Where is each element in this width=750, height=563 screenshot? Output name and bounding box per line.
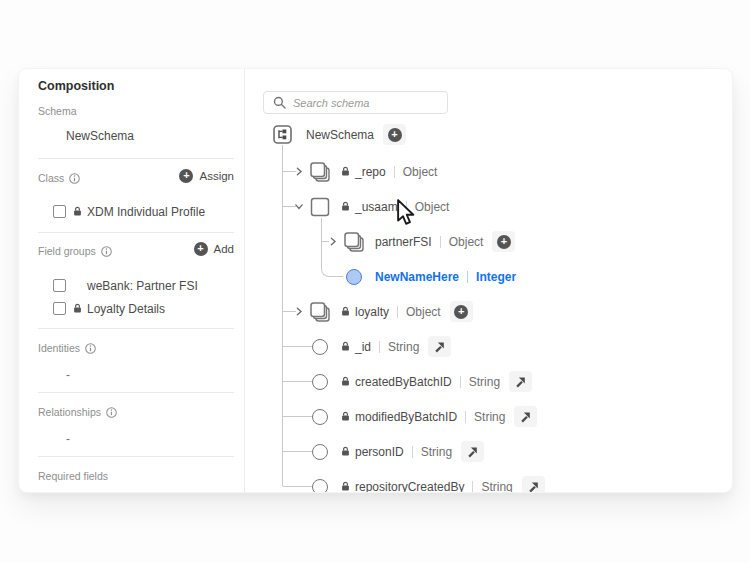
field-type: String	[388, 340, 419, 354]
identities-value: -	[66, 368, 70, 382]
open-field-icon	[527, 480, 540, 493]
panel-divider	[244, 69, 245, 492]
field-groups-list: weBank: Partner FSI Loyalty Details	[53, 274, 244, 320]
open-field-button[interactable]	[461, 441, 484, 462]
field-type: Object	[415, 200, 450, 214]
search-input[interactable]	[293, 97, 423, 109]
field-name[interactable]: repositoryCreatedBy	[355, 480, 464, 494]
object-stack-icon	[341, 230, 367, 254]
tree-row[interactable]: _repo Object	[271, 154, 731, 189]
field-name[interactable]: personID	[355, 445, 404, 459]
type-divider	[460, 376, 461, 388]
lock-icon	[341, 411, 350, 422]
lock-icon	[341, 166, 350, 177]
root-schema-name: NewSchema	[306, 128, 374, 142]
schema-root-icon	[273, 125, 292, 144]
item-label: XDM Individual Profile	[87, 205, 205, 219]
required-fields-section-label: Required fields	[38, 470, 108, 482]
section-divider	[38, 328, 234, 329]
plus-icon	[388, 128, 402, 142]
type-divider	[406, 201, 407, 213]
object-icon	[307, 196, 333, 218]
plus-icon	[194, 242, 208, 256]
composition-panel: Composition Schema NewSchema Class Assig…	[19, 69, 244, 492]
checkbox[interactable]	[53, 205, 66, 218]
tree-root-row[interactable]: NewSchema	[273, 124, 406, 145]
field-name[interactable]: partnerFSI	[375, 235, 432, 249]
schema-editor-screen: Composition Schema NewSchema Class Assig…	[0, 0, 750, 563]
tree-row[interactable]: partnerFSI Object	[271, 224, 731, 259]
field-groups-label-text: Field groups	[38, 245, 96, 257]
field-type: Object	[449, 235, 484, 249]
open-field-button[interactable]	[428, 336, 451, 357]
relationships-section-label: Relationships	[38, 406, 117, 418]
field-name[interactable]: modifiedByBatchID	[355, 410, 457, 424]
info-icon[interactable]	[85, 343, 96, 354]
tree-rows: _repo Object _usaam Object partnerFSI	[271, 154, 731, 493]
tree-row[interactable]: createdByBatchID String	[271, 364, 731, 399]
chevron-icon[interactable]	[295, 202, 307, 211]
checkbox[interactable]	[53, 279, 66, 292]
field-name[interactable]: _repo	[355, 165, 386, 179]
open-field-button[interactable]	[522, 476, 545, 493]
field-type: Integer	[476, 270, 516, 284]
field-type: Object	[403, 165, 438, 179]
tree-row[interactable]: _id String	[271, 329, 731, 364]
list-item[interactable]: weBank: Partner FSI	[53, 274, 244, 297]
info-icon[interactable]	[101, 246, 112, 257]
class-list: XDM Individual Profile	[53, 200, 244, 223]
list-item[interactable]: XDM Individual Profile	[53, 200, 244, 223]
tree-row[interactable]: personID String	[271, 434, 731, 469]
plus-icon	[454, 305, 468, 319]
lock-icon	[341, 341, 350, 352]
type-divider	[379, 341, 380, 353]
field-groups-section-label: Field groups	[38, 245, 112, 257]
chevron-icon[interactable]	[295, 167, 307, 176]
tree-row[interactable]: modifiedByBatchID String	[271, 399, 731, 434]
schema-search[interactable]	[263, 91, 448, 114]
field-name[interactable]: NewNameHere	[375, 270, 459, 284]
open-field-button[interactable]	[514, 406, 537, 427]
tree-row[interactable]: _usaam Object	[271, 189, 731, 224]
open-field-icon	[514, 375, 527, 388]
type-divider	[412, 446, 413, 458]
field-circle-icon	[307, 409, 333, 425]
chevron-icon[interactable]	[295, 307, 307, 316]
field-name[interactable]: _usaam	[355, 200, 398, 214]
add-label: Add	[214, 243, 234, 255]
lock-icon	[341, 201, 350, 212]
section-divider	[38, 158, 234, 159]
tree-row[interactable]: loyalty Object	[271, 294, 731, 329]
chevron-icon[interactable]	[329, 237, 341, 246]
panel-title: Composition	[38, 79, 114, 93]
open-field-button[interactable]	[509, 371, 532, 392]
field-type: String	[481, 480, 512, 494]
lock-icon	[341, 481, 350, 492]
type-divider	[440, 236, 441, 248]
schema-name-value: NewSchema	[66, 129, 134, 143]
checkbox[interactable]	[53, 302, 66, 315]
add-field-button[interactable]	[450, 301, 473, 322]
field-type: String	[474, 410, 505, 424]
field-name[interactable]: _id	[355, 340, 371, 354]
tree-row[interactable]: repositoryCreatedBy String	[271, 469, 731, 493]
add-field-button[interactable]	[383, 124, 406, 145]
lock-icon	[73, 206, 82, 217]
field-name[interactable]: loyalty	[355, 305, 389, 319]
section-divider	[38, 456, 234, 457]
info-icon[interactable]	[69, 173, 80, 184]
schema-tree: NewSchema _repo Object	[271, 121, 731, 493]
field-name[interactable]: createdByBatchID	[355, 375, 452, 389]
add-field-group-button[interactable]: Add	[194, 242, 234, 256]
add-field-button[interactable]	[492, 231, 515, 252]
info-icon[interactable]	[106, 407, 117, 418]
list-item[interactable]: Loyalty Details	[53, 297, 244, 320]
tree-row[interactable]: NewNameHere Integer	[271, 259, 731, 294]
field-type: Object	[406, 305, 441, 319]
type-divider	[465, 411, 466, 423]
item-label: weBank: Partner FSI	[87, 279, 198, 293]
section-divider	[38, 232, 234, 233]
assign-label: Assign	[199, 170, 234, 182]
field-circle-icon	[307, 374, 333, 390]
assign-class-button[interactable]: Assign	[179, 169, 234, 183]
